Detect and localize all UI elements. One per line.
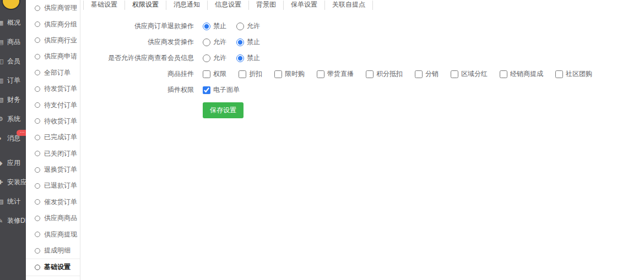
checkbox-input[interactable] — [366, 70, 374, 78]
option-label: 禁止 — [213, 21, 226, 31]
checkbox-option-电子面单[interactable]: 电子面单 — [203, 85, 240, 95]
tab-permission-settings[interactable]: 权限设置 — [125, 1, 166, 10]
form-row-allow-supplier-view-member-info: 是否允许供应商查看会员信息允许禁止 — [80, 50, 644, 66]
sidebar-item-system[interactable]: ⚙系统 — [0, 109, 26, 129]
save-settings-button[interactable]: 保存设置 — [203, 102, 243, 118]
option-label: 禁止 — [247, 53, 260, 63]
submenu-item-orders-refunded[interactable]: 已退款订单 — [26, 178, 80, 194]
radio-option-禁止[interactable]: 禁止 — [236, 53, 260, 63]
checkbox-input[interactable] — [317, 70, 324, 78]
circle-bullet-icon — [35, 167, 40, 173]
app-logo[interactable] — [2, 0, 20, 10]
submenu-item-supplier-apply[interactable]: 供应商申请 — [26, 48, 80, 64]
submenu-item-supplier-group[interactable]: 供应商分组 — [26, 16, 80, 32]
submenu-item-orders-return[interactable]: 退换货订单 — [26, 162, 80, 178]
checkbox-input[interactable] — [555, 70, 563, 78]
circle-bullet-icon — [35, 248, 40, 254]
tab-background-image[interactable]: 背景图 — [249, 1, 284, 10]
checkbox-input[interactable] — [203, 86, 210, 94]
submenu-item-commission-detail[interactable]: 提成明细 — [26, 243, 80, 259]
checkbox-option-权限[interactable]: 权限 — [203, 69, 226, 79]
message-badge: ⋯ — [17, 130, 26, 136]
checkbox-input[interactable] — [203, 70, 210, 78]
circle-bullet-icon — [35, 21, 40, 27]
circle-bullet-icon — [35, 6, 40, 11]
sidebar-item-label: 系统 — [7, 114, 20, 124]
option-label: 带货直播 — [327, 69, 354, 79]
sidebar-item-label: 会员 — [7, 57, 20, 66]
radio-option-禁止[interactable]: 禁止 — [236, 37, 260, 47]
sidebar-item-decorate-diy[interactable]: ✎装修DIY — [0, 211, 26, 230]
radio-input[interactable] — [203, 39, 210, 46]
sidebar-item-member[interactable]: ◫会员 — [0, 52, 26, 71]
circle-bullet-icon — [35, 151, 40, 156]
checkbox-input[interactable] — [239, 70, 246, 78]
form-row-label: 商品挂件 — [80, 69, 203, 79]
sidebar-item-finance[interactable]: ▧财务 — [0, 90, 26, 109]
submenu-item-basic-settings[interactable]: 基础设置 — [26, 259, 80, 276]
submenu-item-orders-closed[interactable]: 已关闭订单 — [26, 146, 80, 162]
submenu-item-orders-to-ship[interactable]: 待发货订单 — [26, 81, 80, 97]
form-row-plugin-permission: 插件权限电子面单 — [80, 82, 644, 98]
checkbox-option-积分抵扣[interactable]: 积分抵扣 — [366, 69, 403, 79]
submenu-item-orders-to-pay[interactable]: 待支付订单 — [26, 97, 80, 113]
submenu-item-label: 供应商商品 — [44, 213, 77, 223]
submenu-item-label: 供应商管理 — [44, 3, 77, 13]
checkbox-option-分销[interactable]: 分销 — [415, 69, 439, 79]
radio-input[interactable] — [236, 39, 244, 46]
tab-policy-settings[interactable]: 保单设置 — [284, 1, 325, 10]
checkbox-option-经销商提成[interactable]: 经销商提成 — [500, 69, 543, 79]
sidebar-item-apps[interactable]: ◆应用 — [0, 153, 26, 173]
circle-bullet-icon — [35, 135, 40, 140]
form-row-controls: 权限折扣限时购带货直播积分抵扣分销区域分红经销商提成社区团购 — [203, 69, 592, 79]
form-row-controls: 允许禁止 — [203, 53, 260, 63]
sidebar-item-goods[interactable]: ▤商品 — [0, 32, 26, 52]
submenu-item-label: 供应商分组 — [44, 20, 77, 29]
option-label: 权限 — [213, 69, 226, 79]
checkbox-input[interactable] — [451, 70, 458, 78]
checkbox-option-带货直播[interactable]: 带货直播 — [317, 69, 354, 79]
checkbox-option-区域分红[interactable]: 区域分红 — [451, 69, 488, 79]
submenu-item-label: 供应商申请 — [44, 52, 77, 61]
order-icon: ▥ — [0, 78, 6, 84]
radio-input[interactable] — [236, 54, 244, 62]
radio-input[interactable] — [203, 54, 210, 62]
sidebar-item-overview[interactable]: ▦概况 — [0, 13, 26, 32]
checkbox-option-限时购[interactable]: 限时购 — [274, 69, 305, 79]
submenu-item-label: 退换货订单 — [44, 165, 77, 174]
submenu-item-supplier-withdraw[interactable]: 供应商提现 — [26, 226, 80, 242]
submenu-item-supplier-industry[interactable]: 供应商行业 — [26, 32, 80, 48]
submenu-item-label: 全部订单 — [44, 68, 71, 78]
radio-option-允许[interactable]: 允许 — [203, 37, 226, 47]
tab-message-notify[interactable]: 消息通知 — [166, 1, 208, 10]
submenu-item-orders-urge-ship[interactable]: 催发货订单 — [26, 194, 80, 210]
checkbox-input[interactable] — [274, 70, 282, 78]
sidebar-item-install-app[interactable]: ✚安装应用 — [0, 173, 26, 192]
radio-option-禁止[interactable]: 禁止 — [203, 21, 226, 31]
stats-icon: ▨ — [0, 199, 6, 205]
sidebar-item-message[interactable]: ●消息⋯ — [0, 129, 26, 148]
checkbox-input[interactable] — [415, 70, 423, 78]
option-label: 电子面单 — [213, 85, 240, 95]
submenu-item-orders-all[interactable]: 全部订单 — [26, 65, 80, 81]
radio-option-允许[interactable]: 允许 — [236, 21, 260, 31]
checkbox-input[interactable] — [500, 70, 507, 78]
submenu-item-label: 供应商提现 — [44, 230, 77, 239]
option-label: 允许 — [213, 53, 226, 63]
member-icon: ◫ — [0, 58, 6, 64]
sidebar-item-stats[interactable]: ▨统计 — [0, 192, 26, 211]
radio-option-允许[interactable]: 允许 — [203, 53, 226, 63]
checkbox-option-社区团购[interactable]: 社区团购 — [555, 69, 592, 79]
tab-basic-settings[interactable]: 基础设置 — [83, 1, 125, 10]
tab-linked-pickup[interactable]: 关联自提点 — [325, 1, 373, 10]
tab-info-settings[interactable]: 信息设置 — [208, 1, 249, 10]
submenu-item-orders-finished[interactable]: 已完成订单 — [26, 129, 80, 145]
submenu-item-supplier-goods[interactable]: 供应商商品 — [26, 210, 80, 226]
checkbox-option-折扣[interactable]: 折扣 — [239, 69, 262, 79]
system-icon: ⚙ — [0, 116, 6, 122]
submenu-item-supplier-manage[interactable]: 供应商管理 — [26, 0, 80, 16]
submenu-item-orders-to-receive[interactable]: 待收货订单 — [26, 113, 80, 129]
sidebar-item-order[interactable]: ▥订单 — [0, 71, 26, 90]
radio-input[interactable] — [236, 23, 244, 30]
radio-input[interactable] — [203, 23, 210, 30]
